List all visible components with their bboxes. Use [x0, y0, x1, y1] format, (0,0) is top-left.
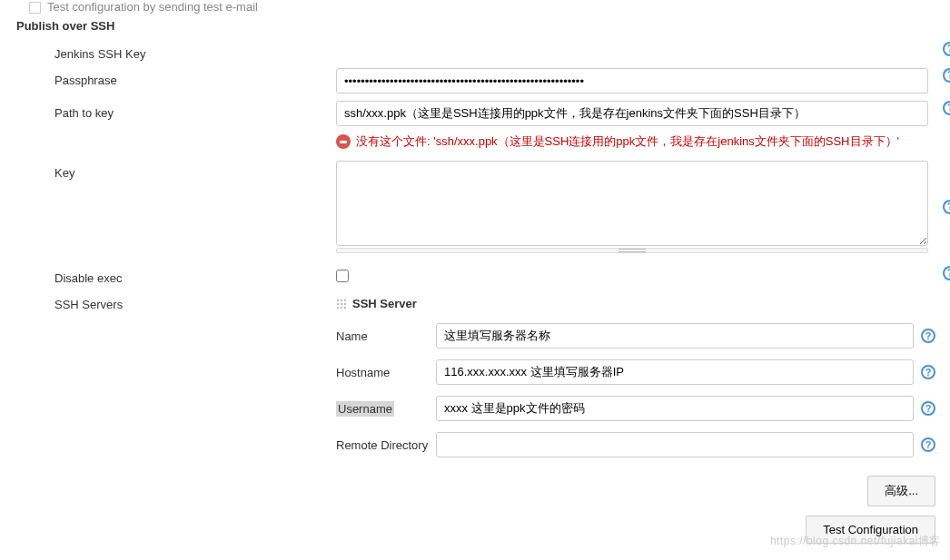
server-username-label: Username [336, 402, 436, 416]
server-name-input[interactable] [436, 323, 914, 349]
help-icon[interactable]: ? [921, 365, 935, 379]
passphrase-label: Passphrase [27, 68, 336, 87]
server-hostname-label: Hostname [336, 366, 436, 379]
help-icon[interactable] [943, 266, 950, 280]
resize-handle[interactable] [336, 248, 928, 253]
server-remote-dir-label: Remote Directory [336, 438, 436, 452]
help-icon[interactable] [943, 200, 950, 214]
path-error-row: 没有这个文件: 'ssh/xxx.ppk（这里是SSH连接用的ppk文件，我是存… [0, 130, 950, 157]
server-remote-dir-input[interactable] [436, 432, 914, 457]
drag-handle-icon[interactable] [336, 299, 347, 309]
disable-exec-checkbox[interactable] [336, 270, 349, 282]
help-icon[interactable]: ? [921, 437, 935, 452]
path-to-key-input[interactable] [336, 101, 928, 126]
server-hostname-input[interactable] [436, 359, 914, 385]
ssh-server-block-title: SSH Server [336, 295, 935, 318]
ssh-servers-label: SSH Servers [27, 292, 336, 311]
help-icon[interactable]: ? [921, 329, 935, 343]
key-label: Key [27, 161, 336, 180]
passphrase-input[interactable] [336, 68, 928, 93]
section-publish-over-ssh: Publish over SSH [0, 14, 950, 38]
key-textarea[interactable] [336, 161, 928, 246]
error-text: 没有这个文件: 'ssh/xxx.ppk（这里是SSH连接用的ppk文件，我是存… [356, 133, 899, 150]
test-email-label: Test configuration by sending test e-mai… [0, 0, 950, 14]
path-to-key-label: Path to key [27, 101, 336, 120]
help-icon[interactable] [943, 68, 950, 83]
test-configuration-button[interactable]: Test Configuration [806, 516, 935, 544]
help-icon[interactable] [943, 101, 950, 115]
help-icon[interactable] [943, 42, 950, 56]
test-email-checkbox[interactable] [29, 2, 41, 14]
help-icon[interactable]: ? [921, 401, 935, 416]
server-name-label: Name [336, 329, 436, 343]
error-icon [336, 134, 351, 149]
jenkins-ssh-key-heading: Jenkins SSH Key [27, 42, 336, 61]
advanced-button[interactable]: 高级... [867, 476, 935, 506]
disable-exec-label: Disable exec [27, 266, 336, 285]
server-username-input[interactable] [436, 396, 914, 421]
